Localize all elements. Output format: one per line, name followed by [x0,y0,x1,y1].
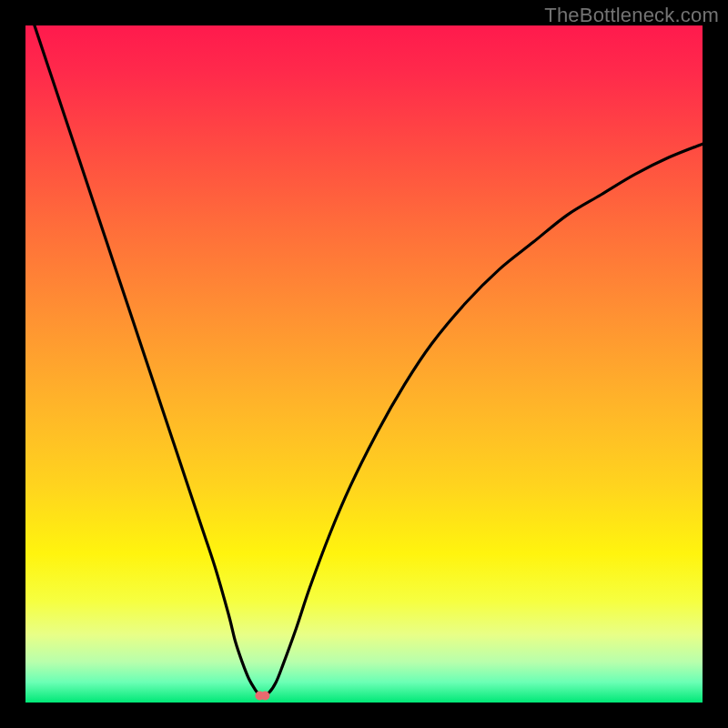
chart-frame: TheBottleneck.com [0,0,728,728]
chart-svg [25,25,703,703]
chart-marker [255,692,269,701]
chart-gradient-bg [25,25,703,703]
chart-plot-area [25,25,703,703]
chart-marker-dot [260,692,269,701]
watermark-text: TheBottleneck.com [544,4,719,27]
